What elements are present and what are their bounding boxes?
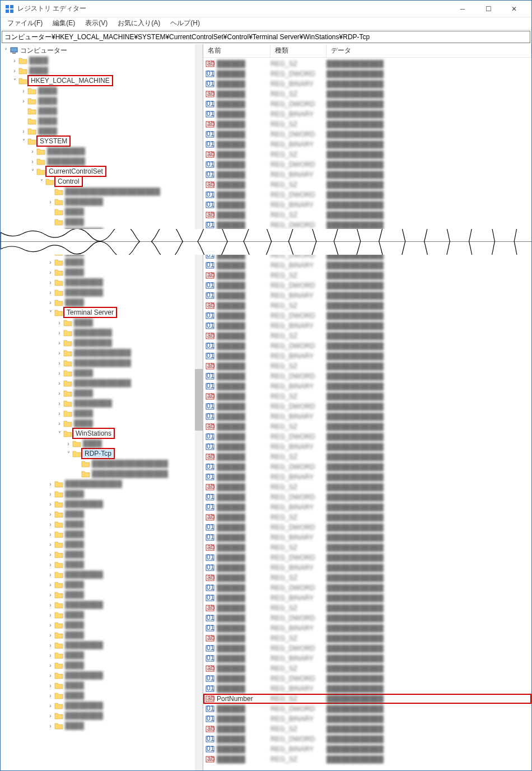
expand-arrow[interactable]: › bbox=[46, 693, 54, 699]
expand-arrow[interactable]: › bbox=[46, 652, 54, 658]
expand-arrow[interactable]: › bbox=[55, 370, 63, 376]
value-row[interactable]: ab██████REG_SZ████████████ bbox=[203, 331, 531, 341]
tree-item[interactable]: ████ bbox=[2, 106, 203, 116]
value-row[interactable]: 011██████REG_BINARY████████████ bbox=[203, 563, 531, 573]
tree-item[interactable]: ›████████ bbox=[2, 398, 203, 408]
tree-item[interactable]: ›████ bbox=[2, 620, 203, 630]
tree-item[interactable]: ›████ bbox=[2, 418, 203, 428]
tree-item[interactable]: ›████ bbox=[2, 690, 203, 700]
tree-hklm[interactable]: ˅HKEY_LOCAL_MACHINE bbox=[2, 76, 203, 86]
expand-arrow[interactable]: › bbox=[46, 562, 54, 568]
value-row[interactable]: 011██████REG_BINARY████████████ bbox=[203, 291, 531, 301]
tree-item[interactable]: ›████████ bbox=[2, 700, 203, 711]
expand-arrow[interactable]: › bbox=[46, 622, 54, 628]
value-row[interactable]: ab██████REG_SZ████████████ bbox=[203, 119, 531, 129]
expand-arrow[interactable]: ˅ bbox=[2, 48, 10, 54]
tree-item[interactable]: ›████ bbox=[2, 438, 203, 448]
tree-item[interactable]: ›████████ bbox=[2, 338, 203, 348]
tree-rdp-tcp[interactable]: ˅RDP-Tcp bbox=[2, 448, 203, 459]
value-row[interactable]: ab██████REG_SZ████████████ bbox=[203, 482, 531, 492]
tree-item[interactable]: ›████████████ bbox=[2, 358, 203, 368]
value-row[interactable]: 011██████REG_BINARY████████████ bbox=[203, 472, 531, 482]
expand-arrow[interactable]: ˅ bbox=[29, 169, 36, 175]
expand-arrow[interactable]: › bbox=[55, 350, 63, 356]
col-name[interactable]: 名前 bbox=[203, 44, 270, 58]
tree-item[interactable]: ›████ bbox=[2, 660, 203, 670]
tree-item[interactable]: ›████████████ bbox=[2, 479, 203, 489]
expand-arrow[interactable]: › bbox=[46, 300, 54, 306]
expand-arrow[interactable]: › bbox=[55, 330, 63, 336]
tree-root[interactable]: ˅コンピューター bbox=[2, 45, 203, 55]
tree-item[interactable]: ›████ bbox=[2, 590, 203, 600]
value-row[interactable]: 011██████REG_BINARY████████████ bbox=[203, 109, 531, 119]
expand-arrow[interactable]: ˅ bbox=[20, 138, 27, 144]
tree-item[interactable]: ████████████████████ bbox=[2, 186, 203, 197]
expand-arrow[interactable]: ˅ bbox=[55, 431, 63, 437]
value-row[interactable]: 011██████REG_BINARY████████████ bbox=[203, 502, 531, 512]
value-row[interactable]: 011██████REG_DWORD████████████ bbox=[203, 492, 531, 502]
tree-item[interactable]: ›████ bbox=[2, 580, 203, 590]
expand-arrow[interactable]: › bbox=[64, 441, 72, 447]
expand-arrow[interactable]: › bbox=[46, 289, 54, 296]
value-row[interactable]: 011██████REG_DWORD████████████ bbox=[203, 704, 531, 714]
expand-arrow[interactable]: › bbox=[55, 360, 63, 366]
value-row[interactable]: ab██████REG_SZ████████████ bbox=[203, 663, 531, 674]
tree-item[interactable]: ›████ bbox=[2, 96, 203, 106]
expand-arrow[interactable]: › bbox=[29, 148, 36, 155]
tree-item[interactable]: ›████ bbox=[2, 368, 203, 378]
value-row[interactable]: 011██████REG_DWORD████████████ bbox=[203, 129, 531, 139]
registry-tree[interactable]: ˅コンピューター›████›████˅HKEY_LOCAL_MACHINE›██… bbox=[1, 44, 203, 732]
tree-item[interactable]: ████████████████ bbox=[2, 469, 203, 479]
expand-arrow[interactable]: › bbox=[55, 390, 63, 396]
value-row[interactable]: 011██████REG_BINARY████████████ bbox=[203, 684, 531, 694]
value-row[interactable]: 011██████REG_DWORD████████████ bbox=[203, 553, 531, 563]
expand-arrow[interactable]: › bbox=[46, 662, 54, 669]
expand-arrow[interactable]: › bbox=[11, 68, 18, 74]
tree-item[interactable]: ›████ bbox=[2, 721, 203, 731]
tree-item[interactable]: ›████████████ bbox=[2, 348, 203, 358]
expand-arrow[interactable]: › bbox=[46, 199, 54, 205]
tree-winstations[interactable]: ˅WinStations bbox=[2, 428, 203, 438]
expand-arrow[interactable]: › bbox=[55, 320, 63, 326]
expand-arrow[interactable]: › bbox=[46, 713, 54, 719]
value-row[interactable]: ab██████REG_SZ████████████ bbox=[203, 603, 531, 613]
expand-arrow[interactable]: › bbox=[20, 88, 27, 94]
value-row[interactable]: 011██████REG_DWORD████████████ bbox=[203, 99, 531, 109]
value-row[interactable]: ab██████REG_SZ████████████ bbox=[203, 59, 531, 69]
tree-item[interactable]: ›████████ bbox=[2, 640, 203, 650]
value-row[interactable]: ab██████REG_SZ████████████ bbox=[203, 210, 531, 220]
value-row[interactable]: 011██████REG_BINARY████████████ bbox=[203, 321, 531, 331]
tree-item[interactable]: ›████ bbox=[2, 408, 203, 418]
value-row[interactable]: 011██████REG_DWORD████████████ bbox=[203, 734, 531, 744]
expand-arrow[interactable]: › bbox=[55, 400, 63, 406]
tree-item[interactable]: ›████ bbox=[2, 559, 203, 569]
tree-item[interactable]: ›████████ bbox=[2, 499, 203, 509]
tree-item[interactable]: ›████████ bbox=[2, 156, 203, 166]
value-portnumber[interactable]: abPortNumberREG_SZ████████████ bbox=[203, 694, 531, 704]
menu-file[interactable]: ファイル(F) bbox=[3, 17, 47, 29]
tree-item[interactable]: ›████████ bbox=[2, 711, 203, 721]
tree-item[interactable]: ›████████ bbox=[2, 197, 203, 207]
tree-item[interactable]: ›████ bbox=[2, 55, 203, 66]
close-button[interactable]: ✕ bbox=[501, 1, 527, 17]
value-row[interactable]: 011██████REG_BINARY████████████ bbox=[203, 170, 531, 180]
value-row[interactable]: 011██████REG_BINARY████████████ bbox=[203, 260, 531, 270]
menu-help[interactable]: ヘルプ(H) bbox=[166, 17, 204, 29]
value-row[interactable]: 011██████REG_BINARY████████████ bbox=[203, 381, 531, 391]
tree-item[interactable]: ›████ bbox=[2, 549, 203, 559]
tree-item[interactable]: ›████ bbox=[2, 529, 203, 539]
value-row[interactable]: 011██████REG_DWORD████████████ bbox=[203, 583, 531, 593]
expand-arrow[interactable]: › bbox=[55, 420, 63, 427]
value-row[interactable]: 011██████REG_BINARY████████████ bbox=[203, 200, 531, 210]
expand-arrow[interactable]: › bbox=[46, 612, 54, 618]
tree-item[interactable]: ›████████████ bbox=[2, 378, 203, 388]
expand-arrow[interactable]: › bbox=[55, 340, 63, 346]
tree-control[interactable]: ˅Control bbox=[2, 176, 203, 186]
expand-arrow[interactable]: › bbox=[46, 531, 54, 538]
expand-arrow[interactable]: ˅ bbox=[38, 179, 45, 185]
value-row[interactable]: 011██████REG_BINARY████████████ bbox=[203, 139, 531, 149]
tree-item[interactable]: ›████ bbox=[2, 680, 203, 690]
tree-item[interactable]: ████ bbox=[2, 217, 203, 227]
value-row[interactable]: 011██████REG_DWORD████████████ bbox=[203, 190, 531, 200]
menu-view[interactable]: 表示(V) bbox=[81, 17, 112, 29]
